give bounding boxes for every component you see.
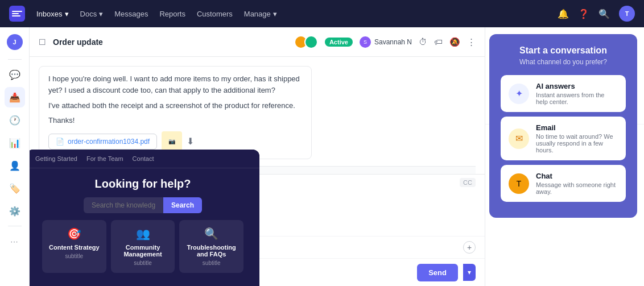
email-channel-desc: No time to wait around? We usually respo…	[536, 133, 618, 154]
channel-option-email[interactable]: ✉ Email No time to wait around? We usual…	[501, 117, 626, 160]
kb-card-sub-1: subtitle	[47, 253, 102, 259]
clock-header-icon[interactable]: ⏱	[419, 37, 427, 47]
ai-channel-name: AI answers	[536, 82, 618, 90]
participant-avatars	[294, 35, 318, 49]
kb-card-content-strategy[interactable]: 🎯 Content Strategy subtitle	[42, 220, 106, 273]
app-logo[interactable]	[9, 6, 25, 22]
attachment-thumbnail: 📷	[162, 131, 182, 152]
mute-header-icon[interactable]: 🔕	[449, 37, 460, 47]
sidebar-item-clock[interactable]: 🕐	[5, 110, 25, 130]
kb-card-title-1: Content Strategy	[47, 244, 102, 251]
kb-hero: Looking for help? Search 🎯 Content Strat…	[26, 168, 259, 282]
start-conv-subtitle: What channel do you prefer?	[501, 58, 626, 66]
kb-card-community[interactable]: 👥 Community Management subtitle	[111, 220, 175, 273]
kb-search-row: Search	[35, 197, 250, 213]
agent-name: Savannah N	[374, 38, 412, 46]
sidebar-item-labels[interactable]: 🏷️	[5, 178, 25, 198]
message-text-2: I've attached both the receipt and a scr…	[48, 100, 302, 111]
nav-messages[interactable]: Messages	[114, 10, 148, 18]
kb-card-title-2: Community Management	[115, 244, 171, 258]
nav-customers[interactable]: Customers	[197, 10, 233, 18]
kb-search-input[interactable]	[84, 197, 163, 213]
nav-manage[interactable]: Manage ▾	[244, 10, 277, 18]
kb-search-button[interactable]: Search	[163, 197, 202, 213]
more-header-icon[interactable]: ⋮	[467, 37, 476, 47]
email-channel-icon: ✉	[509, 129, 529, 149]
ai-channel-info: AI answers Instant answers from the help…	[536, 82, 618, 105]
sidebar-divider-2	[8, 226, 22, 226]
kb-card-title-3: Troubleshooting and FAQs	[184, 244, 239, 258]
message-thanks: Thanks!	[48, 116, 302, 125]
channel-option-ai[interactable]: ✦ AI answers Instant answers from the he…	[501, 75, 626, 112]
inbox-icon: ☐	[39, 38, 46, 47]
nav-inboxes[interactable]: Inboxes ▾	[36, 10, 69, 18]
message-bubble-1: I hope you're doing well. I want to add …	[39, 66, 312, 159]
kb-card-icon-1: 🎯	[47, 227, 102, 241]
kb-card-sub-2: subtitle	[115, 260, 171, 266]
search-nav-icon[interactable]: 🔍	[598, 8, 610, 19]
chat-channel-info: Chat Message with someone right away.	[536, 172, 618, 195]
sidebar-item-chat[interactable]: 💬	[5, 64, 25, 85]
channel-option-chat[interactable]: T Chat Message with someone right away.	[501, 165, 626, 202]
kb-card-sub-3: subtitle	[184, 260, 239, 266]
chat-channel-desc: Message with someone right away.	[536, 181, 618, 195]
attachment-area: 📄 order-confirmation1034.pdf 📷 ⬇	[48, 131, 302, 152]
ai-channel-desc: Instant answers from the help center.	[536, 92, 618, 105]
download-icon[interactable]: ⬇	[187, 136, 194, 147]
send-button[interactable]: Send	[417, 264, 458, 281]
kb-nav-for-team[interactable]: For the Team	[86, 155, 123, 162]
agent-badge: S Savannah N	[360, 36, 412, 48]
kb-nav: Getting Started For the Team Contact	[26, 150, 259, 168]
nav-docs[interactable]: Docs ▾	[80, 10, 104, 18]
message-text-1: I hope you're doing well. I want to add …	[48, 73, 302, 96]
knowledge-base-overlay: Getting Started For the Team Contact Loo…	[26, 150, 259, 286]
left-sidebar: J 💬 📥 🕐 📊 👤 🏷️ ⚙️ ···	[0, 27, 30, 286]
chat-agent-avatar: T	[509, 173, 529, 194]
help-icon[interactable]: ❓	[578, 8, 589, 19]
status-badge: Active	[325, 38, 353, 47]
send-label: Send	[428, 268, 447, 277]
participant-avatar-2	[304, 35, 318, 49]
notification-icon[interactable]: 🔔	[558, 8, 569, 19]
start-conversation-popup: Start a conversation What channel do you…	[489, 34, 637, 218]
top-nav: Inboxes ▾ Docs ▾ Messages Reports Custom…	[0, 0, 644, 27]
start-conv-title: Start a conversation	[501, 45, 626, 56]
sidebar-item-settings[interactable]: ⚙️	[5, 201, 25, 221]
kb-nav-contact[interactable]: Contact	[133, 155, 154, 162]
workspace-avatar[interactable]: J	[7, 34, 23, 50]
kb-hero-title: Looking for help?	[35, 177, 250, 190]
nav-reports[interactable]: Reports	[159, 10, 185, 18]
conversation-title: Order update	[53, 38, 287, 47]
attachment-name: order-confirmation1034.pdf	[68, 138, 150, 146]
agent-avatar: S	[360, 36, 371, 48]
email-channel-info: Email No time to wait around? We usually…	[536, 123, 618, 154]
sidebar-item-inbox[interactable]: 📥	[5, 87, 25, 107]
send-dropdown-button[interactable]: ▾	[463, 264, 476, 281]
label-header-icon[interactable]: 🏷	[434, 37, 443, 47]
sidebar-divider-1	[8, 59, 22, 60]
sidebar-item-reports[interactable]: 📊	[5, 132, 25, 153]
sidebar-item-more[interactable]: ···	[5, 231, 25, 251]
kb-cards: 🎯 Content Strategy subtitle 👥 Community …	[35, 220, 250, 273]
add-icon[interactable]: +	[463, 241, 476, 254]
ai-channel-icon: ✦	[509, 84, 529, 104]
sidebar-item-contacts[interactable]: 👤	[5, 155, 25, 176]
cc-label[interactable]: CC	[460, 178, 476, 187]
kb-nav-getting-started[interactable]: Getting Started	[35, 155, 77, 162]
file-icon: 📄	[56, 138, 64, 146]
chat-channel-name: Chat	[536, 172, 618, 180]
kb-card-icon-2: 👥	[115, 227, 171, 241]
kb-card-icon-3: 🔍	[184, 227, 239, 241]
email-channel-name: Email	[536, 123, 618, 132]
conversation-header: ☐ Order update Active S Savannah N ⏱ 🏷 🔕…	[30, 27, 485, 57]
header-icons: ⏱ 🏷 🔕 ⋮	[419, 37, 476, 47]
nav-actions: 🔔 ❓ 🔍 T	[558, 6, 635, 22]
user-avatar[interactable]: T	[619, 6, 635, 22]
attachment-file[interactable]: 📄 order-confirmation1034.pdf	[48, 134, 157, 150]
kb-card-troubleshooting[interactable]: 🔍 Troubleshooting and FAQs subtitle	[179, 220, 243, 273]
